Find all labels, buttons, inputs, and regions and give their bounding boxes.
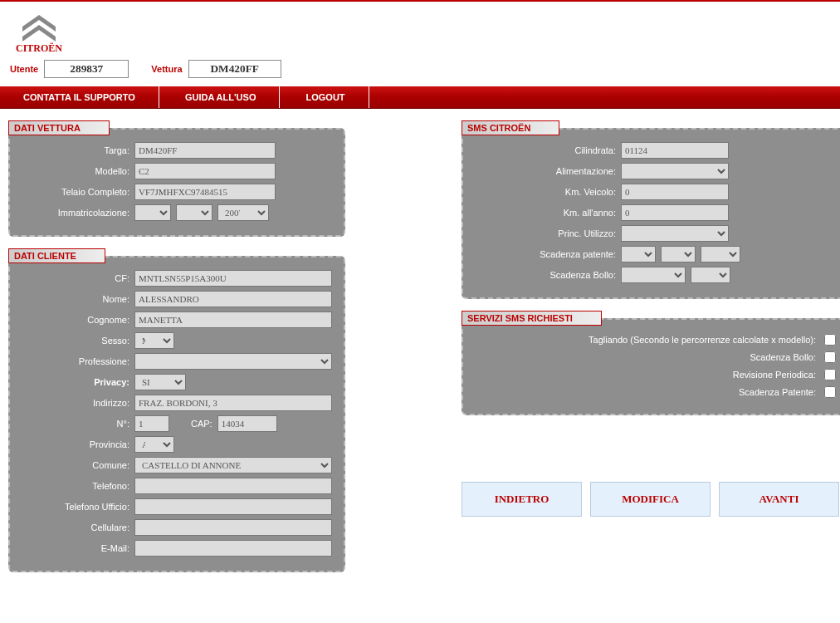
vettura-field[interactable] xyxy=(188,60,281,78)
nav-contatta[interactable]: CONTATTA IL SUPPORTO xyxy=(0,86,159,108)
panel-vettura: Targa: Modello: Telaio Completo: Immatri… xyxy=(8,128,345,237)
bollo-checkbox[interactable] xyxy=(824,351,836,363)
section-title-vettura: DATI VETTURA xyxy=(8,120,110,135)
cf-label: CF: xyxy=(22,273,129,283)
patente-chk-label: Scadenza Patente: xyxy=(739,387,816,397)
cap-input[interactable] xyxy=(217,415,277,432)
cognome-input[interactable] xyxy=(134,312,332,328)
panel-cliente: CF: Nome: Cognome: Sesso:M Professione: … xyxy=(8,256,345,572)
comune-select[interactable]: CASTELLO DI ANNONE xyxy=(134,457,332,473)
telaio-input[interactable] xyxy=(134,184,276,200)
imma-day-select[interactable]: 29 xyxy=(134,204,171,221)
prof-select[interactable] xyxy=(134,353,332,370)
modifica-button[interactable]: MODIFICA xyxy=(590,482,711,517)
email-label: E-Mail: xyxy=(22,543,129,553)
tagliando-checkbox[interactable] xyxy=(824,334,836,346)
tel-label: Telefono: xyxy=(22,481,129,491)
main-nav: CONTATTA IL SUPPORTO GUIDA ALL'USO LOGOU… xyxy=(0,86,840,109)
prov-select[interactable]: AT xyxy=(134,436,174,453)
n-label: N°: xyxy=(22,419,129,429)
avanti-button[interactable]: AVANTI xyxy=(719,482,839,517)
alim-select[interactable] xyxy=(621,163,729,179)
ind-input[interactable] xyxy=(134,395,332,411)
patente-year-select[interactable] xyxy=(701,246,740,262)
cap-label: CAP: xyxy=(191,419,212,429)
n-input[interactable] xyxy=(134,415,169,432)
kma-label: Km. all'anno: xyxy=(475,208,616,218)
util-label: Princ. Utilizzo: xyxy=(475,228,616,238)
cf-input[interactable] xyxy=(134,270,332,287)
patente-checkbox[interactable] xyxy=(824,386,836,398)
utente-field[interactable] xyxy=(44,60,129,78)
revisione-checkbox[interactable] xyxy=(824,369,836,380)
patente-label: Scadenza patente: xyxy=(475,249,616,259)
telaio-label: Telaio Completo: xyxy=(22,187,129,197)
section-title-cliente: DATI CLIENTE xyxy=(8,248,105,263)
tagliando-label: Tagliando (Secondo le percorrenze calcol… xyxy=(588,335,816,345)
imma-label: Immatricolazione: xyxy=(22,208,129,218)
bollo-label: Scadenza Bollo: xyxy=(475,270,616,280)
util-select[interactable] xyxy=(621,225,729,242)
modello-input[interactable] xyxy=(134,163,276,179)
panel-sms: Cilindrata: Alimentazione: Km. Veicolo: … xyxy=(462,128,840,299)
kmv-input[interactable] xyxy=(621,184,729,200)
section-title-sms: SMS CITROËN xyxy=(462,120,559,135)
sesso-select[interactable]: M xyxy=(134,332,174,349)
email-input[interactable] xyxy=(134,540,332,557)
patente-day-select[interactable] xyxy=(621,246,656,262)
cil-label: Cilindrata: xyxy=(475,145,616,155)
targa-input[interactable] xyxy=(134,142,276,159)
cil-input[interactable] xyxy=(621,142,729,159)
cell-input[interactable] xyxy=(134,519,332,536)
utente-label: Utente xyxy=(10,64,38,74)
patente-month-select[interactable] xyxy=(661,246,696,262)
bollo-month-select[interactable] xyxy=(621,267,686,283)
modello-label: Modello: xyxy=(22,166,129,176)
cognome-label: Cognome: xyxy=(22,315,129,325)
cell-label: Cellulare: xyxy=(22,522,129,532)
panel-servizi: Tagliando (Secondo le percorrenze calcol… xyxy=(462,318,840,415)
imma-month-select[interactable]: 11 xyxy=(176,204,212,221)
vettura-label: Vettura xyxy=(151,64,182,74)
indietro-button[interactable]: INDIETRO xyxy=(462,482,582,517)
revisione-label: Revisione Periodica: xyxy=(733,370,816,380)
prof-label: Professione: xyxy=(22,356,129,366)
comune-label: Comune: xyxy=(22,460,129,470)
telu-label: Telefono Ufficio: xyxy=(22,502,129,512)
citroen-logo: CITROËN xyxy=(10,7,68,55)
targa-label: Targa: xyxy=(22,145,129,155)
kmv-label: Km. Veicolo: xyxy=(475,187,616,197)
nome-input[interactable] xyxy=(134,291,332,307)
telu-input[interactable] xyxy=(134,498,332,515)
imma-year-select[interactable]: 2007 xyxy=(217,204,269,221)
bollo-year-select[interactable] xyxy=(691,267,730,283)
bollo-chk-label: Scadenza Bollo: xyxy=(750,352,817,362)
nav-logout[interactable]: LOGOUT xyxy=(283,86,369,108)
ind-label: Indirizzo: xyxy=(22,398,129,408)
sesso-label: Sesso: xyxy=(22,336,129,346)
prov-label: Provincia: xyxy=(22,439,129,449)
privacy-select[interactable]: SI xyxy=(134,374,186,390)
tel-input[interactable] xyxy=(134,478,332,494)
svg-text:CITROËN: CITROËN xyxy=(16,42,62,53)
privacy-label: Privacy: xyxy=(22,377,129,387)
section-title-servizi: SERVIZI SMS RICHIESTI xyxy=(462,311,602,326)
kma-input[interactable] xyxy=(621,204,729,221)
alim-label: Alimentazione: xyxy=(475,166,616,176)
nome-label: Nome: xyxy=(22,294,129,304)
nav-guida[interactable]: GUIDA ALL'USO xyxy=(162,86,281,108)
